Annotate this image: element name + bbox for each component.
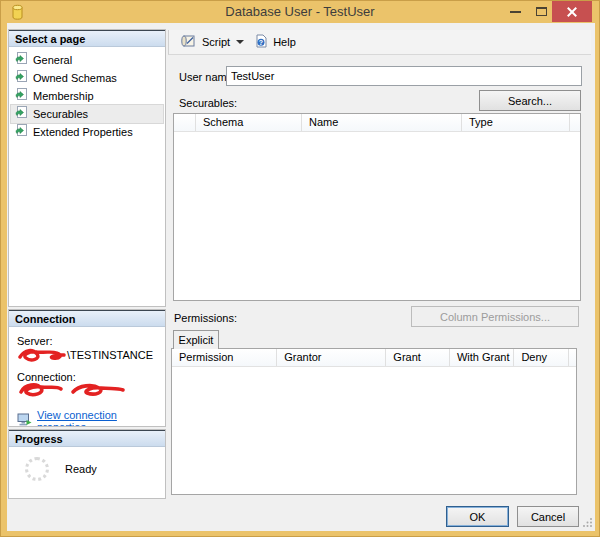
tab-explicit[interactable]: Explicit (173, 330, 219, 349)
select-a-page-header: Select a page (9, 30, 165, 47)
permissions-grid: Permission Grantor Grant With Grant Deny (171, 348, 577, 495)
securables-column-filler (570, 114, 580, 131)
server-value: \TESTINSTANCE (67, 349, 153, 361)
securables-column-icon[interactable] (174, 114, 196, 131)
close-icon (566, 6, 578, 18)
help-page-icon: ? (254, 34, 268, 50)
user-name-input[interactable] (226, 66, 582, 86)
help-button-label: Help (273, 36, 296, 48)
connection-header: Connection (9, 310, 165, 327)
script-button[interactable]: Script (177, 32, 233, 52)
close-button[interactable] (552, 1, 592, 22)
securables-grid-header: Schema Name Type (174, 114, 580, 132)
page-icon (15, 88, 28, 104)
dialog-body: Select a page General Owned Schemas (7, 23, 595, 531)
resize-grip[interactable] (582, 516, 593, 529)
securables-label: Securables: (179, 97, 237, 109)
cancel-button[interactable]: Cancel (517, 506, 579, 527)
footer-bar: OK Cancel (7, 499, 595, 531)
view-connection-properties-row: View connection properties (17, 409, 157, 427)
permissions-label: Permissions: (174, 312, 237, 324)
main-panel: Script ? Help User name: Securable (168, 23, 591, 499)
sidebar-item-label: General (33, 54, 72, 67)
view-connection-properties-link[interactable]: View connection properties (37, 409, 157, 427)
svg-text:?: ? (259, 39, 263, 46)
sidebar-item-owned-schemas[interactable]: Owned Schemas (11, 69, 163, 87)
database-user-dialog: Database User - TestUser Select a page G… (0, 0, 600, 537)
help-button[interactable]: ? Help (251, 32, 299, 52)
script-scroll-icon (180, 34, 197, 50)
permissions-column-grantor[interactable]: Grantor (277, 349, 386, 366)
progress-panel: Progress Ready (8, 429, 166, 499)
sidebar-item-extended-properties[interactable]: Extended Properties (11, 123, 163, 141)
select-a-page-panel: Select a page General Owned Schemas (8, 29, 166, 307)
titlebar[interactable]: Database User - TestUser (1, 1, 599, 23)
page-tree: General Owned Schemas Membership (9, 47, 165, 145)
sidebar-item-general[interactable]: General (11, 51, 163, 69)
server-value-line: \TESTINSTANCE (17, 347, 157, 363)
spinner-ring-icon (25, 457, 49, 481)
permissions-column-permission[interactable]: Permission (172, 349, 277, 366)
securables-grid: Schema Name Type (173, 113, 581, 301)
maximize-button[interactable] (529, 1, 553, 22)
server-label: Server: (17, 335, 157, 347)
maximize-icon (536, 7, 547, 16)
minimize-button[interactable] (503, 1, 527, 22)
sidebar-item-membership[interactable]: Membership (11, 87, 163, 105)
progress-header: Progress (9, 430, 165, 447)
sidebar-item-label: Membership (33, 90, 94, 103)
connection-panel: Connection Server: \TESTINSTANCE Connect… (8, 309, 166, 427)
progress-status: Ready (65, 463, 97, 475)
sidebar-item-securables[interactable]: Securables (11, 105, 163, 123)
page-icon (15, 124, 28, 140)
permissions-column-grant[interactable]: Grant (386, 349, 450, 366)
ok-button[interactable]: OK (446, 506, 509, 527)
toolbar: Script ? Help (168, 30, 591, 55)
search-button[interactable]: Search... (479, 90, 581, 111)
securables-column-type[interactable]: Type (462, 114, 570, 131)
permissions-column-deny[interactable]: Deny (514, 349, 569, 366)
script-dropdown-caret-icon[interactable] (236, 40, 244, 44)
red-scribble-redaction (17, 381, 129, 401)
permissions-grid-header: Permission Grantor Grant With Grant Deny (172, 349, 576, 367)
red-scribble-redaction (17, 347, 67, 364)
page-icon (15, 70, 28, 86)
page-icon (15, 106, 28, 122)
connection-content: Server: \TESTINSTANCE Connection: (9, 327, 165, 427)
progress-content: Ready (9, 447, 165, 481)
sidebar-item-label: Securables (33, 108, 88, 121)
permissions-column-filler (569, 349, 576, 366)
securables-column-name[interactable]: Name (302, 114, 462, 131)
securables-column-schema[interactable]: Schema (196, 114, 302, 131)
permissions-column-with-grant[interactable]: With Grant (450, 349, 515, 366)
connection-value-line (17, 383, 157, 399)
column-permissions-button[interactable]: Column Permissions... (411, 306, 579, 327)
page-icon (15, 52, 28, 68)
sidebar-item-label: Owned Schemas (33, 72, 117, 85)
script-button-label: Script (202, 36, 230, 48)
sidebar-item-label: Extended Properties (33, 126, 133, 139)
minimize-icon (510, 11, 521, 13)
computer-icon (17, 413, 32, 427)
